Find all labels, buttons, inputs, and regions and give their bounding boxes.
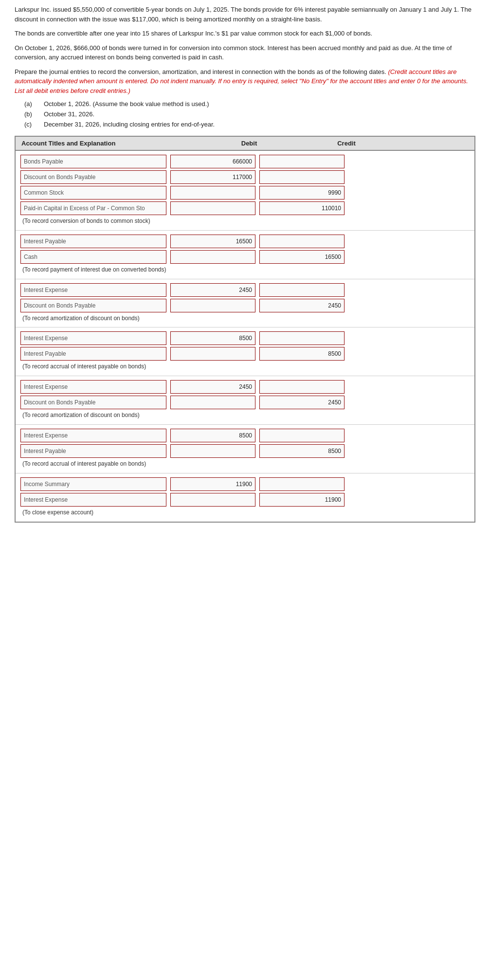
sub-item-label: (c) (24, 121, 39, 128)
credit-input[interactable] (259, 170, 345, 184)
credit-input[interactable] (259, 444, 345, 458)
problem-text-3: On October 1, 2026, $666,000 of bonds we… (15, 43, 475, 62)
entry-note: (To record payment of interest due on co… (20, 266, 470, 274)
credit-input[interactable] (259, 347, 345, 361)
credit-input[interactable] (259, 429, 345, 442)
credit-input[interactable] (259, 250, 345, 264)
entry-group: (To record accrual of interest payable o… (16, 424, 474, 473)
entry-group: (To record payment of interest due on co… (16, 230, 474, 279)
account-input[interactable] (20, 493, 166, 507)
debit-input[interactable] (170, 201, 255, 215)
account-input[interactable] (20, 299, 166, 312)
problem-text-1: Larkspur Inc. issued $5,550,000 of conve… (15, 5, 475, 24)
debit-input[interactable] (170, 299, 255, 312)
table-row (20, 396, 470, 409)
table-row (20, 250, 470, 264)
table-row (20, 347, 470, 361)
table-row (20, 235, 470, 248)
account-input[interactable] (20, 380, 166, 394)
problem-text-2: The bonds are convertible after one year… (15, 29, 475, 38)
account-input[interactable] (20, 250, 166, 264)
header-account: Account Titles and Explanation (16, 140, 200, 147)
table-row (20, 380, 470, 394)
debit-input[interactable] (170, 250, 255, 264)
debit-input[interactable] (170, 283, 255, 297)
table-row (20, 201, 470, 215)
table-row (20, 170, 470, 184)
sub-item-text: December 31, 2026, including closing ent… (44, 121, 215, 128)
debit-input[interactable] (170, 235, 255, 248)
account-input[interactable] (20, 477, 166, 491)
problem-text-4: Prepare the journal entries to record th… (15, 67, 475, 96)
entry-group: (To record amortization of discount on b… (16, 376, 474, 424)
entry-note: (To record amortization of discount on b… (20, 314, 470, 323)
credit-input[interactable] (259, 186, 345, 200)
entry-note: (To close expense account) (20, 508, 470, 517)
sub-item-text: October 1, 2026. (Assume the book value … (44, 100, 209, 108)
credit-input[interactable] (259, 235, 345, 248)
debit-input[interactable] (170, 331, 255, 345)
sub-item: (b)October 31, 2026. (24, 110, 475, 118)
account-input[interactable] (20, 170, 166, 184)
account-input[interactable] (20, 331, 166, 345)
debit-input[interactable] (170, 444, 255, 458)
debit-input[interactable] (170, 493, 255, 507)
credit-input[interactable] (259, 155, 345, 168)
table-row (20, 477, 470, 491)
account-input[interactable] (20, 186, 166, 200)
table-row (20, 444, 470, 458)
entry-note: (To record accrual of interest payable o… (20, 363, 470, 371)
table-body: (To record conversion of bonds to common… (16, 151, 474, 522)
sub-item-label: (b) (24, 110, 39, 118)
entry-group: (To record conversion of bonds to common… (16, 151, 474, 230)
sub-item-label: (a) (24, 100, 39, 108)
entry-group: (To record accrual of interest payable o… (16, 327, 474, 376)
table-row (20, 283, 470, 297)
credit-input[interactable] (259, 283, 345, 297)
debit-input[interactable] (170, 396, 255, 409)
credit-input[interactable] (259, 299, 345, 312)
entry-note: (To record conversion of bonds to common… (20, 217, 470, 225)
credit-input[interactable] (259, 380, 345, 394)
entry-group: (To close expense account) (16, 473, 474, 522)
table-row (20, 331, 470, 345)
table-row (20, 299, 470, 312)
debit-input[interactable] (170, 477, 255, 491)
credit-input[interactable] (259, 477, 345, 491)
table-row (20, 493, 470, 507)
account-input[interactable] (20, 396, 166, 409)
account-input[interactable] (20, 429, 166, 442)
debit-input[interactable] (170, 170, 255, 184)
credit-input[interactable] (259, 396, 345, 409)
credit-input[interactable] (259, 493, 345, 507)
debit-input[interactable] (170, 155, 255, 168)
entry-note: (To record amortization of discount on b… (20, 411, 470, 419)
account-input[interactable] (20, 235, 166, 248)
account-input[interactable] (20, 155, 166, 168)
table-row (20, 429, 470, 442)
table-row (20, 155, 470, 168)
debit-input[interactable] (170, 186, 255, 200)
account-input[interactable] (20, 201, 166, 215)
credit-input[interactable] (259, 201, 345, 215)
account-input[interactable] (20, 283, 166, 297)
sub-item-text: October 31, 2026. (44, 110, 94, 118)
journal-table: Account Titles and Explanation Debit Cre… (15, 136, 475, 523)
table-header: Account Titles and Explanation Debit Cre… (16, 137, 474, 151)
debit-input[interactable] (170, 429, 255, 442)
entry-note: (To record accrual of interest payable o… (20, 460, 470, 468)
sub-items-list: (a)October 1, 2026. (Assume the book val… (24, 100, 475, 128)
credit-input[interactable] (259, 331, 345, 345)
debit-input[interactable] (170, 380, 255, 394)
debit-input[interactable] (170, 347, 255, 361)
sub-item: (a)October 1, 2026. (Assume the book val… (24, 100, 475, 108)
entry-group: (To record amortization of discount on b… (16, 279, 474, 327)
header-credit: Credit (298, 140, 395, 147)
table-row (20, 186, 470, 200)
account-input[interactable] (20, 444, 166, 458)
sub-item: (c)December 31, 2026, including closing … (24, 121, 475, 128)
account-input[interactable] (20, 347, 166, 361)
header-debit: Debit (200, 140, 298, 147)
